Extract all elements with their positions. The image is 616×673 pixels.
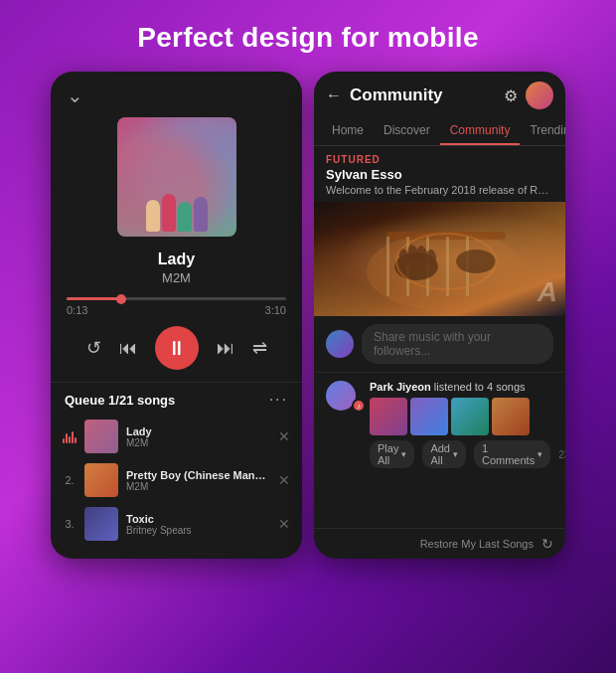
collapse-icon[interactable]: ⌄ [67, 84, 83, 107]
play-all-button[interactable]: Play All ▾ [370, 440, 414, 468]
settings-icon[interactable]: ⚙ [504, 86, 518, 105]
remove-icon[interactable]: ✕ [278, 428, 290, 444]
activity-thumb[interactable] [410, 398, 448, 435]
queue-info: Lady M2M [126, 425, 270, 448]
album-art [117, 117, 236, 237]
queue-num [63, 429, 77, 443]
featured-image[interactable]: A [314, 202, 565, 316]
activity-thumb[interactable] [451, 398, 489, 435]
guitar-image [357, 212, 536, 311]
activity-thumb[interactable] [492, 398, 530, 435]
queue-options[interactable]: ··· [269, 391, 288, 409]
svg-rect-5 [446, 237, 449, 296]
queue-header: Queue 1/21 songs ··· [51, 382, 302, 415]
tab-community[interactable]: Community [440, 117, 521, 145]
playback-controls: ↺ ⏮ ⏸ ⏭ ⇌ [86, 326, 267, 370]
queue-song-artist: M2M [126, 437, 270, 448]
activity-content: Park Jiyeon listened to 4 songs Play All… [370, 381, 553, 468]
pause-button[interactable]: ⏸ [155, 326, 199, 370]
queue-list: Lady M2M ✕ 2. Pretty Boy (Chinese Mandar… [51, 415, 302, 559]
remove-icon[interactable]: ✕ [278, 516, 290, 532]
prev-icon[interactable]: ⏮ [119, 338, 137, 359]
repeat-icon[interactable]: ↺ [86, 337, 101, 359]
restore-label: Restore My Last Songs [420, 538, 534, 550]
activity-thumb[interactable] [370, 398, 407, 435]
play-all-arrow: ▾ [401, 449, 406, 459]
queue-song-title: Lady [126, 425, 270, 437]
community-phone: ← Community ⚙ Home Discover Community Tr… [314, 72, 565, 559]
community-tabs: Home Discover Community Trending [314, 117, 565, 146]
tab-discover[interactable]: Discover [374, 117, 440, 145]
queue-song-title: Toxic [126, 513, 270, 525]
queue-info: Pretty Boy (Chinese Mandarin Versi... M2… [126, 469, 270, 492]
queue-song-artist: M2M [126, 481, 270, 492]
featured-artist: Sylvan Esso [314, 167, 565, 184]
activity-row: ♪ Park Jiyeon listened to 4 songs Play A… [314, 373, 565, 476]
queue-num: 3. [63, 518, 77, 530]
activity-actions: Play All ▾ Add All ▾ 1 Comments ▾ 23m [370, 440, 553, 468]
queue-info: Toxic Britney Spears [126, 513, 270, 536]
activity-username: Park Jiyeon [370, 381, 431, 393]
phones-container: ⌄ Lady M2M 0: [51, 72, 565, 559]
activity-badge: ♪ [352, 399, 366, 413]
queue-thumb [84, 420, 118, 453]
user-avatar[interactable] [526, 82, 553, 109]
progress-bar[interactable] [67, 297, 286, 300]
music-player-phone: ⌄ Lady M2M 0: [51, 72, 302, 559]
next-icon[interactable]: ⏭ [217, 338, 234, 359]
community-header: ← Community ⚙ [314, 72, 565, 117]
queue-thumb [84, 463, 118, 497]
activity-avatars: ♪ [326, 381, 362, 411]
time-current: 0:13 [67, 304, 87, 316]
tab-home[interactable]: Home [322, 117, 374, 145]
queue-song-title: Pretty Boy (Chinese Mandarin Versi... [126, 469, 270, 481]
queue-title: Queue 1/21 songs [65, 393, 175, 408]
song-title: Lady [158, 251, 195, 268]
comments-button[interactable]: 1 Comments ▾ [474, 440, 550, 468]
user-avatar-share [326, 330, 354, 358]
share-input[interactable]: Share music with your followers... [362, 324, 553, 364]
page-headline: Perfect design for mobile [137, 22, 479, 54]
community-title: Community [350, 85, 496, 105]
remove-icon[interactable]: ✕ [278, 472, 290, 488]
svg-point-8 [456, 250, 496, 273]
queue-thumb [84, 507, 118, 541]
activity-action: listened to 4 songs [434, 381, 526, 393]
share-row: Share music with your followers... [314, 316, 565, 373]
activity-text: Park Jiyeon listened to 4 songs [370, 381, 553, 393]
shuffle-icon[interactable]: ⇌ [252, 337, 267, 359]
activity-thumbnails [370, 398, 553, 435]
queue-song-artist: Britney Spears [126, 525, 270, 536]
add-all-arrow: ▾ [453, 449, 458, 459]
featured-desc: Welcome to the February 2018 release of … [314, 184, 565, 202]
queue-item[interactable]: Lady M2M ✕ [51, 415, 302, 458]
comments-arrow: ▾ [538, 449, 542, 459]
back-icon[interactable]: ← [326, 86, 342, 104]
time-total: 3:10 [265, 304, 286, 316]
add-all-button[interactable]: Add All ▾ [422, 440, 466, 468]
play-all-label: Play All [378, 442, 398, 466]
song-artist: M2M [162, 270, 191, 285]
tab-trending[interactable]: Trending [520, 117, 565, 145]
time-row: 0:13 3:10 [67, 304, 286, 316]
watermark: A [538, 276, 557, 308]
player-top: ⌄ Lady M2M 0: [51, 72, 302, 382]
comments-label: 1 Comments [482, 442, 535, 466]
queue-item[interactable]: 3. Toxic Britney Spears ✕ [51, 502, 302, 546]
add-all-label: Add All [430, 442, 450, 466]
restore-icon[interactable]: ↻ [541, 536, 553, 552]
restore-bar: Restore My Last Songs ↻ [314, 528, 565, 559]
featured-label: FUTURED [314, 146, 565, 167]
activity-time: 23m [558, 449, 565, 460]
queue-num: 2. [63, 474, 77, 486]
queue-item[interactable]: 2. Pretty Boy (Chinese Mandarin Versi...… [51, 458, 302, 502]
svg-rect-2 [386, 237, 389, 296]
